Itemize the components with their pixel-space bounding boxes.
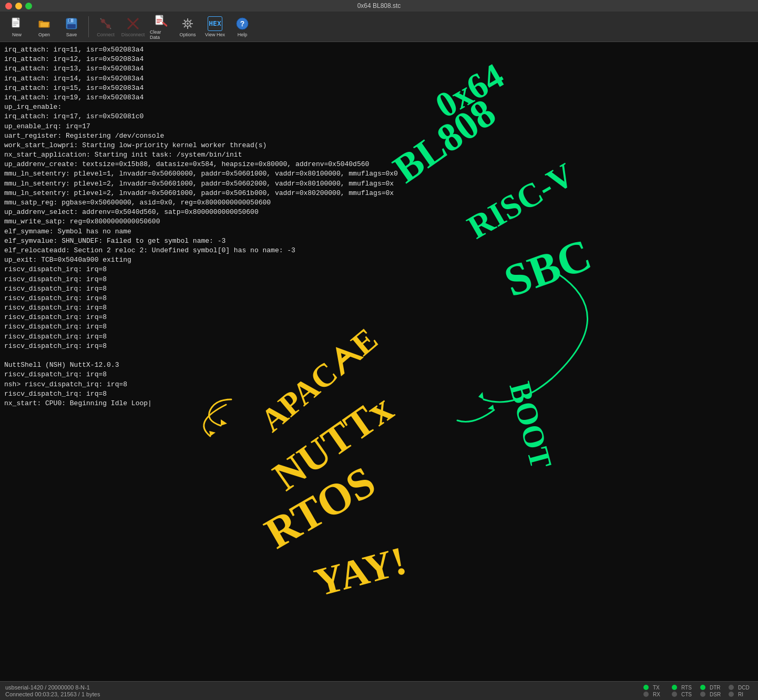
save-button[interactable]: Save: [59, 14, 84, 39]
dtr-label: DTR: [710, 685, 724, 691]
ri-dot: [729, 692, 734, 697]
dcd-dot: [729, 685, 734, 690]
svg-line-11: [103, 21, 108, 26]
svg-line-30: [190, 20, 191, 22]
terminal-line: mmu_write_satp: reg=0x8000000000050600: [4, 217, 754, 227]
terminal-output[interactable]: irq_attach: irq=11, isr=0x502083a4irq_at…: [0, 42, 758, 681]
terminal-line: irq_attach: irq=13, isr=0x502083a4: [4, 64, 754, 74]
rx-label: RX: [653, 692, 668, 697]
terminal-line: irq_attach: irq=19, isr=0x502083a4: [4, 93, 754, 102]
rx-dot: [643, 692, 649, 697]
svg-line-21: [163, 23, 167, 26]
title-bar: 0x64 BL808.stc: [0, 0, 758, 12]
terminal-line: nsh> riscv_dispatch_irq: irq=8: [4, 380, 754, 389]
connection-info: usbserial-1420 / 20000000 8-N-1: [5, 684, 100, 691]
minimize-button[interactable]: [15, 3, 22, 9]
tx-label: TX: [653, 685, 668, 691]
indicators-row-1: TX RTS DTR DCD: [643, 685, 753, 691]
terminal-line: up_addrenv_select: addrenv=0x5040d560, s…: [4, 208, 754, 217]
disconnect-button[interactable]: Disconnect: [120, 14, 146, 39]
cts-dot: [672, 692, 677, 697]
options-label: Options: [179, 32, 196, 37]
connect-label: Connect: [97, 32, 115, 37]
save-label: Save: [66, 32, 77, 37]
view-hex-button[interactable]: HEX View Hex: [202, 14, 228, 39]
terminal-line: mmu_ln_setentry: ptlevel=2, lnvaddr=0x50…: [4, 179, 754, 189]
view-hex-label: View Hex: [205, 32, 225, 37]
toolbar: New Open Save: [0, 12, 758, 42]
terminal-line: riscv_dispatch_irq: irq=8: [4, 275, 754, 284]
window-title: 0x64 BL808.stc: [357, 2, 401, 9]
open-icon: [37, 16, 52, 31]
options-button[interactable]: Options: [175, 14, 200, 39]
terminal-line: elf_symname: Symbol has no name: [4, 227, 754, 236]
new-label: New: [12, 32, 22, 37]
help-label: Help: [238, 32, 248, 37]
terminal-line: irq_attach: irq=15, isr=0x502083a4: [4, 84, 754, 93]
disconnect-icon: [126, 16, 140, 31]
rts-label: RTS: [681, 685, 696, 691]
clear-data-icon: [153, 14, 168, 28]
terminal-line: riscv_dispatch_irq: irq=8: [4, 332, 754, 342]
clear-data-button[interactable]: Clear Data: [148, 12, 173, 42]
maximize-button[interactable]: [25, 3, 32, 9]
terminal-line: up_irq_enable:: [4, 102, 754, 112]
svg-rect-7: [67, 24, 76, 28]
close-button[interactable]: [5, 3, 12, 9]
terminal-line: up_enable_irq: irq=17: [4, 122, 754, 131]
terminal-line: irq_attach: irq=12, isr=0x502083a4: [4, 55, 754, 64]
terminal-line: mmu_satp_reg: pgbase=0x50600000, asid=0x…: [4, 198, 754, 208]
help-icon: ?: [235, 16, 250, 31]
terminal-line: riscv_dispatch_irq: irq=8: [4, 370, 754, 379]
open-button[interactable]: Open: [32, 14, 57, 39]
connection-status: Connected 00:03:23, 21563 / 1 bytes: [5, 691, 100, 697]
terminal-line: riscv_dispatch_irq: irq=8: [4, 322, 754, 332]
new-icon: [9, 16, 24, 31]
terminal-line: irq_attach: irq=14, isr=0x502083a4: [4, 74, 754, 84]
connect-button[interactable]: Connect: [93, 14, 118, 39]
svg-rect-8: [69, 19, 70, 22]
open-label: Open: [38, 32, 50, 37]
indicators-row-2: RX CTS DSR RI: [643, 692, 753, 697]
terminal-line: irq_attach: irq=11, isr=0x502083a4: [4, 45, 754, 55]
status-bar: usbserial-1420 / 20000000 8-N-1 Connecte…: [0, 681, 758, 700]
terminal-line: mmu_ln_setentry: ptlevel=2, lnvaddr=0x50…: [4, 189, 754, 198]
terminal-line: up_addrenv_create: textsize=0x15b88, dat…: [4, 160, 754, 169]
terminal-line: riscv_dispatch_irq: irq=8: [4, 265, 754, 274]
status-indicators: TX RTS DTR DCD RX CTS DSR RI: [643, 685, 753, 697]
status-left: usbserial-1420 / 20000000 8-N-1 Connecte…: [5, 684, 100, 697]
terminal-line: elf_relocateadd: Section 2 reloc 2: Unde…: [4, 246, 754, 255]
terminal-line: riscv_dispatch_irq: irq=8: [4, 342, 754, 351]
terminal-line: work_start_lowpri: Starting low-priority…: [4, 141, 754, 150]
disconnect-label: Disconnect: [121, 32, 145, 37]
terminal-line: riscv_dispatch_irq: irq=8: [4, 389, 754, 399]
terminal-line: riscv_dispatch_irq: irq=8: [4, 303, 754, 313]
dsr-dot: [700, 692, 705, 697]
terminal-line: riscv_dispatch_irq: irq=8: [4, 313, 754, 322]
clear-data-label: Clear Data: [150, 29, 171, 40]
new-button[interactable]: New: [4, 14, 29, 39]
terminal-line: irq_attach: irq=17, isr=0x502081c0: [4, 112, 754, 121]
options-icon: [180, 16, 195, 31]
dtr-dot: [700, 685, 705, 690]
rts-dot: [672, 685, 677, 690]
terminal-line: uart_register: Registering /dev/console: [4, 131, 754, 141]
svg-line-12: [100, 18, 101, 19]
svg-line-13: [110, 28, 111, 29]
ri-label: RI: [738, 692, 753, 697]
terminal-line: [4, 351, 754, 361]
svg-line-28: [184, 20, 186, 22]
toolbar-sep-1: [88, 16, 89, 37]
terminal-line: mmu_ln_setentry: ptlevel=1, lnvaddr=0x50…: [4, 169, 754, 179]
terminal-line: nx_start: CPU0: Beginning Idle Loop: [4, 399, 754, 408]
tx-dot: [643, 685, 649, 690]
svg-line-29: [190, 26, 191, 27]
dcd-label: DCD: [738, 685, 753, 691]
terminal-line: elf_symvalue: SHN_UNDEF: Failed to get s…: [4, 236, 754, 246]
svg-rect-6: [68, 18, 74, 23]
window-controls: [5, 3, 32, 9]
indicators-group: TX RTS DTR DCD RX CTS DSR RI: [643, 685, 753, 697]
svg-text:?: ?: [240, 19, 245, 28]
cts-label: CTS: [681, 692, 696, 697]
help-button[interactable]: ? Help: [230, 14, 255, 39]
